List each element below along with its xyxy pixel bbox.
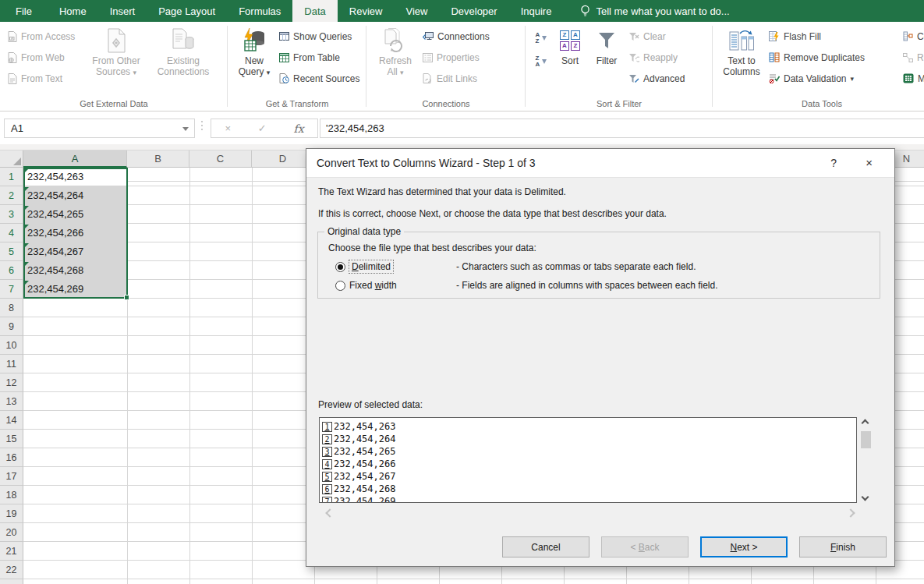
fixed-width-radio-row[interactable]: Fixed width - Fields are aligned in colu… xyxy=(335,280,397,291)
row-header-16[interactable]: 16 xyxy=(0,448,23,467)
menu-tab-home[interactable]: Home xyxy=(48,0,98,22)
insert-function-icon[interactable]: fx xyxy=(293,122,303,135)
next-button[interactable]: Next > xyxy=(700,536,788,557)
dialog-close-button[interactable]: × xyxy=(859,154,879,171)
from-access-button[interactable]: From Access xyxy=(5,26,86,47)
name-box[interactable]: A1 xyxy=(4,119,195,138)
row-header-18[interactable]: 18 xyxy=(0,486,23,504)
menu-tab-insert[interactable]: Insert xyxy=(98,0,147,22)
row-header-2[interactable]: 2 xyxy=(0,186,23,205)
filter-button[interactable]: Filter xyxy=(588,24,625,66)
row-header-13[interactable]: 13 xyxy=(0,392,23,411)
row-header-12[interactable]: 12 xyxy=(0,373,23,392)
preview-vertical-scrollbar[interactable] xyxy=(860,417,873,503)
menu-tab-review[interactable]: Review xyxy=(338,0,395,22)
delimited-radio-row[interactable]: Delimited - Characters such as commas or… xyxy=(335,260,393,273)
advanced-filter-button[interactable]: Advanced xyxy=(625,68,688,89)
fixed-width-radio-label[interactable]: Fixed width xyxy=(349,280,397,291)
delimited-radio-button[interactable] xyxy=(335,262,345,272)
flash-fill-button[interactable]: Flash Fill xyxy=(766,26,900,47)
row-header-23[interactable]: 23 xyxy=(0,579,23,584)
scroll-right-icon[interactable] xyxy=(846,508,855,517)
cancel-entry-icon[interactable]: × xyxy=(225,122,231,134)
menu-tab-formulas[interactable]: Formulas xyxy=(227,0,292,22)
menu-tab-developer[interactable]: Developer xyxy=(439,0,508,22)
fixed-width-radio-button[interactable] xyxy=(335,281,345,291)
cancel-button[interactable]: Cancel xyxy=(502,536,589,557)
sort-ascending-button[interactable]: AZ xyxy=(530,29,552,48)
clear-filter-button[interactable]: Clear xyxy=(625,26,688,47)
show-queries-button[interactable]: Show Queries xyxy=(276,26,363,47)
recent-sources-button[interactable]: Recent Sources xyxy=(276,68,363,89)
column-header-a[interactable]: A xyxy=(23,150,127,168)
scroll-down-icon[interactable] xyxy=(862,494,869,501)
from-web-button[interactable]: From Web xyxy=(5,47,86,68)
dialog-title-bar[interactable]: Convert Text to Columns Wizard - Step 1 … xyxy=(306,149,894,178)
row-header-19[interactable]: 19 xyxy=(0,504,23,523)
from-table-button[interactable]: From Table xyxy=(276,47,363,68)
from-other-sources-button[interactable]: From Other Sources ▾ xyxy=(86,24,147,78)
row-header-21[interactable]: 21 xyxy=(0,542,23,561)
cell-a1[interactable]: 232,454,263 xyxy=(23,168,127,186)
scrollbar-thumb[interactable] xyxy=(861,431,871,448)
scroll-left-icon[interactable] xyxy=(325,508,334,517)
existing-connections-button[interactable]: ExistingConnections xyxy=(147,24,220,77)
sort-descending-button[interactable]: ZA xyxy=(530,52,552,71)
row-header-11[interactable]: 11 xyxy=(0,355,23,373)
data-validation-button[interactable]: Data Validation ▾ xyxy=(766,68,900,89)
refresh-all-button[interactable]: Refresh All ▾ xyxy=(371,24,420,78)
row-header-22[interactable]: 22 xyxy=(0,561,23,579)
dialog-help-button[interactable]: ? xyxy=(824,155,843,171)
new-query-button[interactable]: New Query ▾ xyxy=(232,24,276,78)
row-header-9[interactable]: 9 xyxy=(0,317,23,336)
row-header-5[interactable]: 5 xyxy=(0,242,23,261)
column-header-d[interactable]: D xyxy=(252,150,314,168)
edit-links-button[interactable]: Edit Links xyxy=(420,68,493,89)
sort-button[interactable]: ZAAZ Sort xyxy=(552,24,588,66)
cell-a2[interactable]: 232,454,264 xyxy=(23,186,127,205)
preview-box[interactable]: 1232,454,2632232,454,2643232,454,2654232… xyxy=(319,417,857,503)
row-header-15[interactable]: 15 xyxy=(0,430,23,448)
select-all-corner[interactable] xyxy=(0,150,23,168)
properties-button[interactable]: Properties xyxy=(420,47,493,68)
menu-tab-view[interactable]: View xyxy=(394,0,439,22)
connections-button[interactable]: Connections xyxy=(420,26,493,47)
confirm-entry-icon[interactable]: ✓ xyxy=(258,122,267,134)
menu-tab-file[interactable]: File xyxy=(0,0,48,22)
column-header-b[interactable]: B xyxy=(127,150,189,168)
menu-tab-inquire[interactable]: Inquire xyxy=(509,0,564,22)
row-header-1[interactable]: 1 xyxy=(0,168,23,186)
row-header-14[interactable]: 14 xyxy=(0,411,23,430)
manage-data-model-button[interactable]: Ma xyxy=(900,68,924,89)
cell-a6[interactable]: 232,454,268 xyxy=(23,261,127,280)
row-header-4[interactable]: 4 xyxy=(0,224,23,242)
row-header-8[interactable]: 8 xyxy=(0,299,23,317)
column-header-c[interactable]: C xyxy=(189,150,252,168)
row-header-3[interactable]: 3 xyxy=(0,205,23,224)
tell-me-box[interactable]: Tell me what you want to do... xyxy=(580,0,729,22)
row-header-20[interactable]: 20 xyxy=(0,523,23,542)
delimited-radio-label[interactable]: Delimited xyxy=(349,260,393,273)
cell-a7[interactable]: 232,454,269 xyxy=(23,280,127,299)
scroll-up-icon[interactable] xyxy=(862,419,869,427)
menu-tab-page-layout[interactable]: Page Layout xyxy=(147,0,227,22)
finish-button[interactable]: Finish xyxy=(799,536,887,557)
consolidate-button[interactable]: Co xyxy=(900,26,924,47)
row-header-6[interactable]: 6 xyxy=(0,261,23,280)
cell-a5[interactable]: 232,454,267 xyxy=(23,242,127,261)
text-to-columns-button[interactable]: Text toColumns xyxy=(717,24,766,77)
connections-label: Connections xyxy=(437,31,490,42)
from-text-button[interactable]: From Text xyxy=(5,68,86,89)
cell-a3[interactable]: 232,454,265 xyxy=(23,205,127,224)
formula-input[interactable]: '232,454,263 xyxy=(320,119,924,138)
reapply-filter-button[interactable]: Reapply xyxy=(625,47,688,68)
menu-tab-data[interactable]: Data xyxy=(292,0,337,22)
row-header-10[interactable]: 10 xyxy=(0,336,23,355)
back-button[interactable]: < Back xyxy=(601,536,689,557)
row-header-7[interactable]: 7 xyxy=(0,280,23,299)
name-box-dropdown-icon[interactable] xyxy=(182,127,189,131)
row-header-17[interactable]: 17 xyxy=(0,467,23,486)
relationships-button[interactable]: Rel xyxy=(900,47,924,68)
cell-a4[interactable]: 232,454,266 xyxy=(23,224,127,242)
remove-duplicates-button[interactable]: Remove Duplicates xyxy=(766,47,900,68)
